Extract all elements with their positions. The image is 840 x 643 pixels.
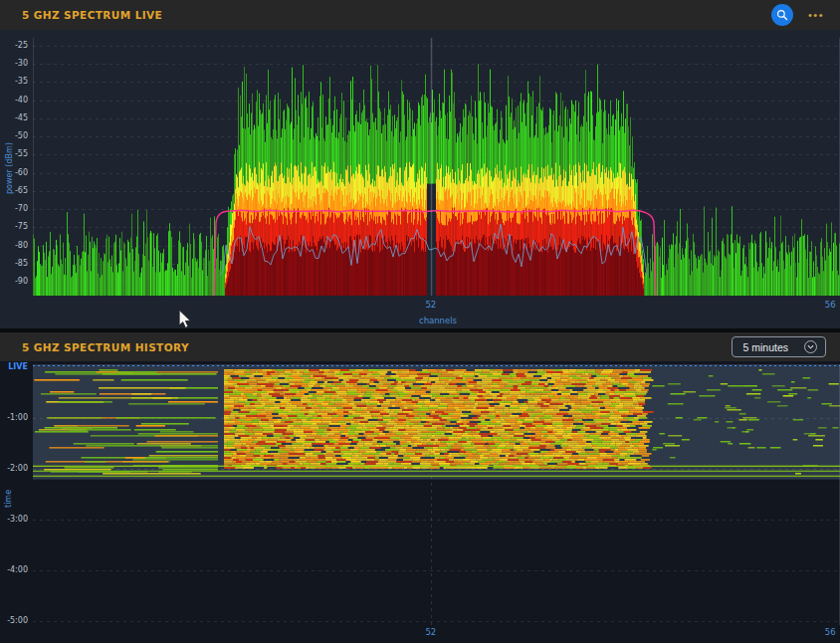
history-waterfall-chart: time LIVE-1:00-2:00-3:00-4:00-5:00 5256 [0, 361, 840, 643]
time-range-dropdown[interactable]: 5 minutes [732, 336, 826, 357]
chevron-down-icon [804, 340, 817, 353]
live-spectrum-chart: power (dBm) -25-30-35-40-45-50-55-60-65-… [0, 30, 840, 328]
live-header-actions: ••• [771, 4, 826, 26]
history-panel-header: 5 GHZ SPECTRUM HISTORY 5 minutes [0, 332, 840, 361]
live-panel-header: 5 GHZ SPECTRUM LIVE ••• [0, 0, 840, 30]
spectrum-history-panel: 5 GHZ SPECTRUM HISTORY 5 minutes time LI… [0, 332, 840, 643]
more-options-button[interactable]: ••• [806, 8, 826, 23]
history-header-actions: 5 minutes [732, 336, 826, 357]
live-y-tick: -45 [15, 114, 28, 122]
history-live-tick: LIVE [8, 363, 28, 371]
live-y-tick: -55 [15, 150, 28, 158]
history-time-tick: -3:00 [7, 516, 28, 524]
history-time-tick: -2:00 [7, 465, 28, 473]
live-y-tick: -65 [15, 187, 28, 195]
live-y-tick: -30 [15, 60, 28, 68]
history-x-tick: 56 [825, 628, 836, 637]
live-y-tick: -70 [15, 205, 28, 213]
live-y-tick: -25 [15, 42, 28, 50]
live-spectrum-plot[interactable] [33, 38, 840, 296]
live-y-tick: -90 [15, 278, 28, 286]
spectrum-analyzer-app: 5 GHZ SPECTRUM LIVE ••• power (dBm) -25-… [0, 0, 840, 643]
history-time-tick: -5:00 [7, 617, 28, 625]
history-waterfall-plot[interactable] [33, 364, 840, 625]
history-x-tick: 52 [425, 628, 436, 637]
live-panel-title: 5 GHZ SPECTRUM LIVE [22, 9, 162, 21]
live-y-tick: -60 [15, 169, 28, 177]
live-y-tick: -85 [15, 260, 28, 268]
live-x-tick: 52 [425, 301, 436, 310]
live-y-tick: -35 [15, 78, 28, 86]
live-x-tick: 56 [825, 301, 836, 310]
history-time-tick: -1:00 [7, 414, 28, 422]
zoom-button[interactable] [771, 4, 793, 26]
history-y-tick-labels: LIVE-1:00-2:00-3:00-4:00-5:00 [0, 361, 31, 643]
time-range-value: 5 minutes [742, 341, 788, 353]
magnifier-icon [776, 9, 788, 21]
live-y-tick-labels: -25-30-35-40-45-50-55-60-65-70-75-80-85-… [0, 30, 31, 328]
live-y-tick: -50 [15, 132, 28, 140]
history-panel-title: 5 GHZ SPECTRUM HISTORY [22, 341, 189, 353]
live-y-tick: -75 [15, 223, 28, 231]
ellipsis-icon: ••• [808, 9, 824, 21]
history-time-tick: -4:00 [7, 566, 28, 574]
live-y-tick: -80 [15, 242, 28, 250]
live-x-axis-title: channels [419, 316, 457, 325]
live-y-tick: -40 [15, 97, 28, 105]
